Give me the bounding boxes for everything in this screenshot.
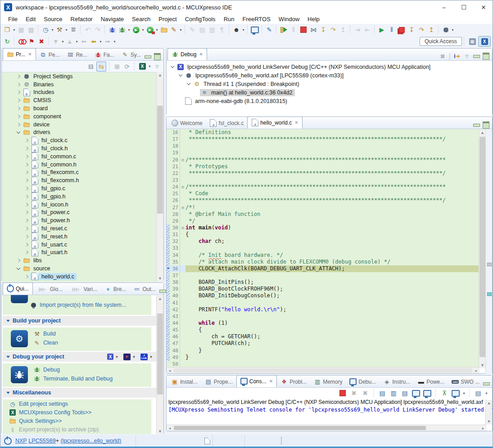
code-line-32[interactable]: 32 char ch; (167, 238, 492, 245)
tab-vari[interactable]: (x)=Vari... (66, 283, 100, 295)
open-perspective-button[interactable]: ⊞ (466, 36, 478, 46)
fold-marker-icon[interactable]: ⊖ (180, 224, 185, 231)
chevron-right-icon[interactable] (17, 107, 20, 110)
link-to-probe-icon[interactable] (17, 36, 27, 46)
minimize-view-icon[interactable] (473, 55, 480, 58)
statusbar-drag-handle[interactable] (281, 437, 284, 444)
chevron-down-icon[interactable] (179, 73, 182, 76)
probe-pemicro-button[interactable]: P▾ (123, 354, 136, 360)
editor-tab-fslclockc[interactable]: .cfsl_clock.c (206, 117, 247, 129)
restart-icon[interactable]: ▶ (377, 25, 387, 35)
terminate-all-icon[interactable] (397, 25, 407, 35)
chevron-right-icon[interactable] (17, 122, 20, 126)
config-tools-link[interactable]: XMCUXpresso Config Tools>> (9, 409, 91, 416)
chevron-right-icon[interactable] (25, 227, 28, 230)
new-wizard-icon[interactable]: ❐ (2, 25, 12, 35)
debug-tree-item[interactable]: ⚙Thread #1 1 (Suspended : Breakpoint) (167, 80, 492, 88)
code-line-49[interactable]: 49} (167, 354, 492, 361)
build-icon[interactable]: ⚒ (54, 25, 64, 35)
code-line-29[interactable]: 29 */ (167, 218, 492, 224)
quickstart-scrollbar[interactable]: ▲▼ (156, 296, 163, 435)
tree-item-component[interactable]: component (2, 112, 163, 121)
tab-debu[interactable]: Debu... (346, 376, 380, 387)
code-line-38[interactable]: 38 BOARD_InitPins(); (167, 279, 492, 286)
forward-dropdown-icon[interactable]: ▾ (113, 40, 117, 44)
tree-item-fsl-gpio-c[interactable]: .cfsl_gpio.c (2, 184, 163, 193)
build-link[interactable]: ⚒Build (33, 330, 56, 337)
code-line-17[interactable]: 17 *************************************… (167, 136, 492, 143)
menu-source[interactable]: Source (40, 15, 66, 23)
delete-launch-icon[interactable]: ✖ (36, 36, 46, 46)
maximize-view-icon[interactable] (483, 53, 489, 60)
tab-cons[interactable]: Cons...✕ (236, 375, 277, 387)
debug-tree-item[interactable]: lpcxpresso55s69_hello_world.axf [LPC55S6… (167, 71, 492, 80)
tree-item-device[interactable]: device (2, 121, 163, 129)
chevron-right-icon[interactable] (17, 259, 20, 262)
tree-item-fsl-power-c[interactable]: .cfsl_power.c (2, 209, 163, 217)
back-dropdown-icon[interactable]: ▾ (99, 40, 103, 44)
view-menu-icon[interactable]: ▽ (463, 53, 470, 60)
maximize-view-icon[interactable] (483, 121, 489, 129)
code-line-47[interactable]: 47 PUTCHAR(ch); (167, 340, 492, 347)
target-chip-icon[interactable] (441, 25, 451, 35)
debug-your-project-header[interactable]: Debug your projectX▾P▾JLink▾ (3, 352, 159, 362)
chevron-right-icon[interactable] (25, 195, 28, 198)
chevron-right-icon[interactable] (17, 90, 20, 94)
disconnect-icon[interactable]: ⋈ (308, 25, 318, 35)
word-wrap-lock-icon[interactable]: ▥ (389, 388, 398, 398)
chevron-right-icon[interactable] (25, 219, 28, 222)
step-into-all-icon[interactable]: ↧ (407, 25, 416, 35)
show-console-err-icon[interactable] (422, 388, 432, 398)
probe-linkserver-button[interactable]: X▾ (107, 354, 119, 360)
tree-item-fsl-common-c[interactable]: .cfsl_common.c (2, 152, 163, 161)
close-icon[interactable]: ✕ (199, 52, 203, 57)
chevron-right-icon[interactable] (25, 139, 28, 142)
editor-tab-welcome[interactable]: Welcome (167, 117, 206, 129)
probe-linkserver-dropdown-icon[interactable]: ▾ (115, 355, 119, 359)
tab-debug[interactable]: Debug ✕ (167, 48, 207, 60)
close-button[interactable]: ✕ (474, 0, 493, 14)
tree-item-fsl-gpio-h[interactable]: .hfsl_gpio.h (2, 193, 163, 201)
tab-re[interactable]: 10100101Re... (63, 49, 90, 60)
editor-vscrollbar[interactable]: ▲▼ (479, 130, 486, 368)
tree-item-fsl-clock-c[interactable]: .cfsl_clock.c (2, 136, 163, 144)
mcux-menu-icon[interactable]: X (138, 62, 147, 71)
code-line-41[interactable]: 41 (167, 300, 492, 306)
edit-project-settings-icon[interactable]: ◷ (41, 25, 50, 35)
open-console-dropdown-icon[interactable]: ▾ (484, 391, 488, 395)
chevron-right-icon[interactable] (17, 75, 20, 78)
debug-configurations-dropdown-icon[interactable]: ▾ (127, 28, 131, 32)
debug-icon[interactable] (107, 25, 117, 35)
minimize-view-icon[interactable] (159, 290, 166, 293)
step-over-icon[interactable]: ↷ (328, 25, 338, 35)
pin-tool-dropdown-icon[interactable]: ▾ (179, 28, 183, 32)
probe-jlink-dropdown-icon[interactable]: ▾ (149, 355, 153, 359)
tab-prope[interactable]: ▤Prope... (201, 376, 236, 387)
target-chip-dropdown-icon[interactable]: ▾ (451, 28, 455, 32)
overview-marker[interactable] (487, 263, 492, 266)
tab-memory[interactable]: ▥Memory (310, 376, 346, 387)
mcux-menu-dropdown-icon[interactable]: ▾ (148, 64, 152, 68)
remove-all-terminated-icon[interactable]: ✖ (360, 388, 370, 398)
minimize-button[interactable]: – (434, 0, 454, 14)
step-return-all-icon[interactable]: ↥ (426, 25, 436, 35)
collapse-all-icon[interactable]: ⊟ (86, 62, 95, 71)
tab-instal[interactable]: ▣Instal... (167, 376, 201, 387)
show-console-out-icon[interactable] (411, 388, 421, 398)
maximize-button[interactable]: ☐ (454, 0, 474, 14)
tree-item-fsl-flexcomm-c[interactable]: .cfsl_flexcomm.c (2, 169, 163, 177)
code-line-46[interactable]: 46 ch = GETCHAR(); (167, 333, 492, 340)
tab-qui[interactable]: Qui... (3, 282, 33, 295)
tree-item-includes[interactable]: hIncludes (2, 89, 163, 97)
show-stdout-icon[interactable]: ▤ (400, 388, 410, 398)
tab-glo[interactable]: (x)=Glo... (33, 283, 67, 295)
run-dropdown-icon[interactable]: ▾ (141, 28, 145, 32)
chevron-right-icon[interactable] (17, 99, 20, 102)
debug-configurations-icon[interactable] (117, 25, 127, 35)
chevron-down-icon[interactable] (171, 64, 174, 68)
editor-hscrollbar[interactable]: ◂▸ (167, 367, 479, 373)
debug-tree-item[interactable]: arm-none-eabi-gdb (8.1.0.20180315) (167, 97, 492, 105)
tree-item-fsl-common-h[interactable]: .hfsl_common.h (2, 161, 163, 169)
code-line-35[interactable]: 35 /* attach main clock divide to FLEXCO… (167, 259, 492, 265)
project-tree-scrollbar[interactable]: ▲▼ (156, 72, 163, 282)
